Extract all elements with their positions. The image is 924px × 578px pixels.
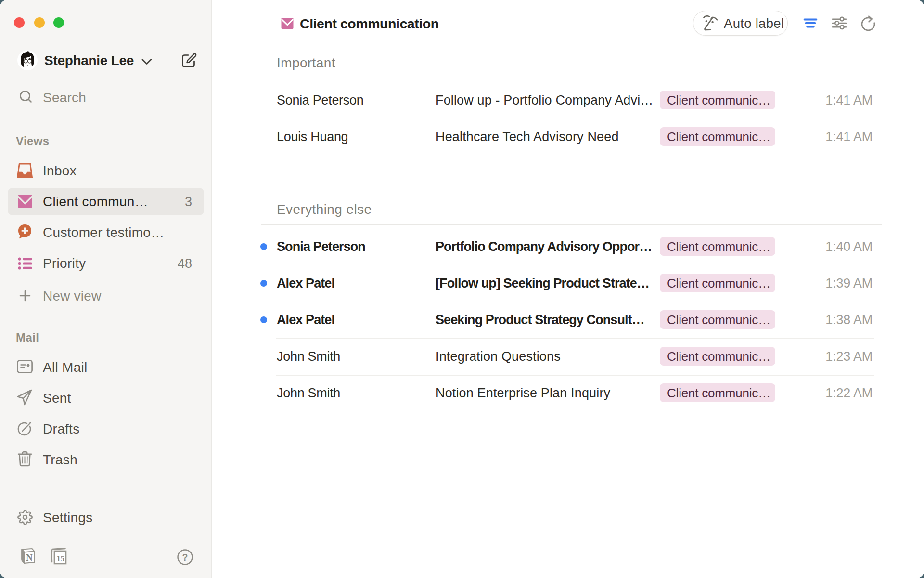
svg-text:?: ?	[182, 552, 188, 563]
svg-text:N: N	[26, 553, 33, 563]
svg-text:15: 15	[57, 554, 65, 563]
